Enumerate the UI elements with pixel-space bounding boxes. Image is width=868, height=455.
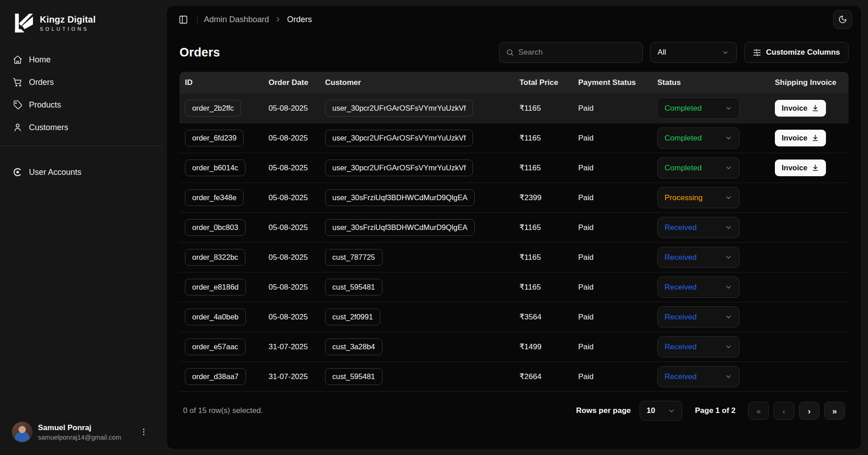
pagination: « ‹ › » [748, 402, 845, 420]
column-header-payment-status: Payment Status [573, 78, 652, 87]
payment-status: Paid [578, 134, 594, 143]
topbar-divider [197, 15, 198, 24]
column-header-customer: Customer [320, 78, 514, 87]
orders-table: ID Order Date Customer Total Price Payme… [179, 72, 849, 392]
order-date: 05-08-2025 [269, 134, 308, 143]
breadcrumb-parent[interactable]: Admin Dashboard [204, 15, 269, 24]
invoice-download-button[interactable]: Invoice [775, 159, 826, 176]
brand-subtitle: SOLUTIONS [40, 26, 96, 32]
sidebar-item-products[interactable]: Products [7, 95, 156, 115]
panel-left-icon [179, 15, 188, 24]
invoice-download-button[interactable]: Invoice [775, 100, 826, 117]
payment-status: Paid [578, 313, 594, 322]
table-row: order_e8186d 05-08-2025 cust_595481 ₹116… [179, 272, 849, 302]
chevron-down-icon [725, 253, 732, 261]
search-icon [506, 48, 514, 56]
previous-page-button[interactable]: ‹ [774, 402, 794, 420]
status-select[interactable]: Received [657, 247, 740, 268]
status-select[interactable]: Received [657, 336, 740, 357]
status-select[interactable]: Received [657, 366, 740, 387]
status-select[interactable]: Received [657, 217, 740, 238]
status-value: Processing [665, 193, 703, 202]
sidebar-item-orders[interactable]: Orders [7, 72, 156, 92]
chevron-down-icon [725, 104, 732, 112]
sidebar-item-home[interactable]: Home [7, 50, 156, 70]
chevron-down-icon [725, 343, 732, 351]
brand-name: Kingz Digital [40, 14, 96, 25]
next-page-button[interactable]: › [799, 402, 820, 420]
status-value: Received [665, 342, 697, 352]
order-id-badge: order_8322bc [185, 249, 245, 266]
sidebar-nav-secondary: User Accounts [0, 150, 163, 182]
table-row: order_0bc803 05-08-2025 user_30sFrziUqf3… [179, 213, 849, 243]
status-value: Received [665, 313, 697, 322]
invoice-label: Invoice [782, 104, 807, 113]
status-select[interactable]: Completed [657, 157, 740, 178]
status-value: Received [665, 283, 697, 292]
total-price: ₹2399 [519, 193, 542, 202]
avatar [12, 422, 33, 442]
page-info: Page 1 of 2 [695, 406, 736, 415]
total-price: ₹1499 [519, 342, 542, 352]
total-price: ₹1165 [519, 223, 541, 232]
main-panel: Admin Dashboard Orders Orders All [166, 5, 862, 450]
chevron-down-icon [725, 373, 732, 380]
search-input[interactable] [519, 48, 636, 57]
sidebar-divider [0, 145, 163, 146]
last-page-button[interactable]: » [824, 402, 845, 420]
customer-id-badge: user_30pcr2UFrGArOSFsVYmrYuUzkVf [325, 130, 473, 146]
order-id-badge: order_6fd239 [185, 130, 244, 146]
invoice-download-button[interactable]: Invoice [775, 130, 826, 146]
column-header-total-price: Total Price [514, 78, 573, 87]
column-header-shipping-invoice: Shipping Invoice [760, 78, 849, 87]
customer-id-badge: user_30sFrziUqf3BDHWCdMurD9QlgEA [325, 219, 475, 236]
search-box [499, 42, 643, 63]
order-id-badge: order_e8186d [185, 279, 246, 296]
customer-id-badge: user_30sFrziUqf3BDHWCdMurD9QlgEA [325, 189, 475, 206]
status-select[interactable]: Received [657, 277, 740, 298]
customize-columns-label: Customize Columns [766, 48, 840, 57]
table-row: order_b6014c 05-08-2025 user_30pcr2UFrGA… [179, 153, 849, 183]
order-date: 05-08-2025 [269, 283, 308, 292]
sidebar-toggle-button[interactable] [176, 12, 191, 27]
status-value: Received [665, 372, 697, 381]
customize-columns-button[interactable]: Customize Columns [744, 42, 849, 63]
sidebar: Kingz Digital SOLUTIONS Home Orders Prod… [0, 0, 163, 455]
chevron-down-icon [725, 283, 732, 291]
total-price: ₹1165 [519, 282, 541, 292]
theme-toggle-button[interactable] [833, 10, 852, 29]
status-select[interactable]: Completed [657, 98, 740, 119]
cart-icon [13, 77, 23, 87]
column-header-order-date: Order Date [263, 78, 320, 87]
order-date: 31-07-2025 [269, 372, 308, 381]
column-header-id: ID [179, 78, 263, 87]
order-date: 31-07-2025 [269, 342, 308, 352]
orders-toolbar: Orders All Customize Columns [179, 42, 849, 63]
payment-status: Paid [578, 104, 594, 113]
order-id-badge: order_b6014c [185, 159, 245, 176]
sidebar-item-user-accounts[interactable]: User Accounts [7, 162, 156, 182]
sidebar-item-label: Orders [29, 78, 54, 87]
rows-per-page-select[interactable]: 10 [640, 401, 682, 421]
page-title: Orders [179, 46, 220, 60]
customer-id-badge: cust_2f0991 [325, 309, 380, 325]
table-row: order_8322bc 05-08-2025 cust_787725 ₹116… [179, 243, 849, 272]
chevron-down-icon [725, 134, 732, 142]
total-price: ₹1165 [519, 103, 541, 113]
payment-status: Paid [578, 372, 594, 381]
status-filter-select[interactable]: All [650, 42, 737, 63]
payment-status: Paid [578, 342, 594, 352]
status-select[interactable]: Processing [657, 187, 740, 208]
selection-status: 0 of 15 row(s) selected. [183, 406, 263, 415]
first-page-button[interactable]: « [748, 402, 769, 420]
status-select[interactable]: Completed [657, 127, 740, 149]
sidebar-item-label: Home [29, 55, 51, 65]
sidebar-item-customers[interactable]: Customers [7, 117, 156, 137]
total-price: ₹1165 [519, 133, 541, 143]
profile-menu-button[interactable] [137, 425, 151, 439]
order-date: 05-08-2025 [269, 253, 308, 262]
table-body: order_2b2ffc 05-08-2025 user_30pcr2UFrGA… [179, 94, 849, 392]
order-date: 05-08-2025 [269, 104, 308, 113]
topbar: Admin Dashboard Orders [167, 6, 861, 33]
status-select[interactable]: Received [657, 306, 740, 328]
